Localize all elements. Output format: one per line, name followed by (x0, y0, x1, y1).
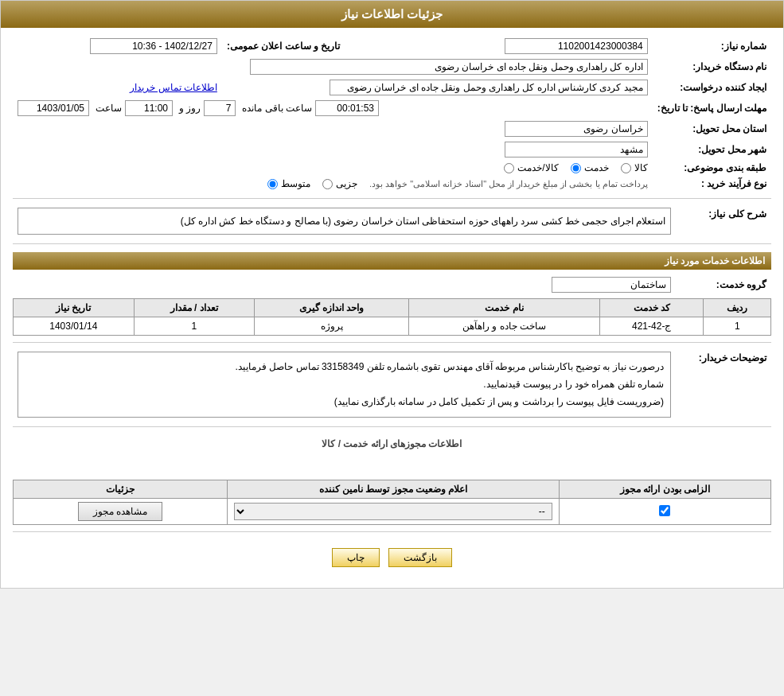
radio-jozi-input[interactable] (322, 179, 333, 189)
process-row: متوسط جزیی پرداخت تمام یا بخشی از مبلغ خ… (13, 176, 653, 192)
cell-date: 1403/01/14 (14, 317, 135, 336)
group-value: ساختمان (13, 274, 676, 295)
services-table-head: ردیف کد خدمت نام خدمت واحد اندازه گیری ت… (14, 299, 771, 317)
description-label: شرح کلی نیاز: (676, 205, 771, 237)
services-table: ردیف کد خدمت نام خدمت واحد اندازه گیری ت… (13, 298, 771, 336)
group-input[interactable]: ساختمان (552, 277, 671, 293)
permissions-table-body: -- مشاهده مجوز (14, 499, 771, 525)
radio-jozi-label: جزیی (336, 178, 357, 189)
category-label: طبقه بندی موضوعی: (653, 160, 771, 176)
col-row: ردیف (704, 299, 771, 317)
radio-motavasset: متوسط (267, 178, 310, 189)
contact-link-cell: اطلاعات تماس خریدار (13, 77, 222, 98)
province-label: استان محل تحویل: (653, 119, 771, 139)
perm-table-row: -- مشاهده مجوز (14, 499, 771, 525)
process-row-inner: متوسط جزیی پرداخت تمام یا بخشی از مبلغ خ… (18, 178, 648, 189)
notes-table: توضیحات خریدار: درصورت نیاز به توضیح باک… (13, 349, 771, 420)
info-row-6: شهر محل تحویل: مشهد (13, 139, 771, 160)
permissions-sub-title: اطلاعات مجوزهای ارائه خدمت / کالا (13, 434, 771, 453)
back-button[interactable]: بازگشت (388, 548, 452, 567)
deadline-label: مهلت ارسال پاسخ: تا تاریخ: (653, 98, 771, 119)
footer-buttons: بازگشت چاپ (13, 539, 771, 580)
radio-kala-input[interactable] (621, 163, 631, 173)
category-radios: کالا/خدمت خدمت کالا (13, 160, 653, 176)
radio-khedmat: خدمت (571, 162, 609, 173)
time-input[interactable]: 11:00 (125, 100, 173, 116)
divider-4 (13, 426, 771, 427)
announcement-value: 1402/12/27 - 10:36 (13, 36, 222, 56)
process-radio-group: متوسط جزیی (267, 178, 357, 189)
buyer-org-input[interactable]: اداره کل راهداری وحمل ونقل جاده ای خراسا… (250, 59, 648, 75)
perm-col-required: الزامی بودن ارائه مجوز (559, 480, 770, 499)
divider-5 (13, 531, 771, 532)
contact-link[interactable]: اطلاعات تماس خریدار (130, 82, 217, 93)
col-name: نام خدمت (409, 299, 600, 317)
radio-kala-khedmat-input[interactable] (504, 163, 514, 173)
radio-kala-label: کالا (634, 162, 648, 173)
creator-input[interactable]: مجید کردی کارشناس اداره کل راهداری وحمل … (330, 80, 648, 95)
main-info-table: شماره نیاز: 1102001423000384 تاریخ و ساع… (13, 36, 771, 192)
services-table-body: 1 ج-42-421 ساخت جاده و راهآهن پروژه 1 14… (14, 317, 771, 336)
city-input[interactable]: مشهد (505, 142, 648, 157)
description-row: شرح کلی نیاز: استعلام اجرای حجمی خط کشی … (13, 205, 771, 237)
content-area: شماره نیاز: 1102001423000384 تاریخ و ساع… (1, 28, 783, 588)
group-table: گروه خدمت: ساختمان (13, 274, 771, 295)
perm-cell-details: مشاهده مجوز (14, 499, 228, 525)
perm-col-details: جزئیات (14, 480, 228, 499)
description-table: شرح کلی نیاز: استعلام اجرای حجمی خط کشی … (13, 205, 771, 237)
perm-cell-required (559, 499, 770, 525)
services-header-row: ردیف کد خدمت نام خدمت واحد اندازه گیری ت… (14, 299, 771, 317)
cell-qty: 1 (134, 317, 254, 336)
deadline-row: 00:01:53 ساعت باقی مانده 7 روز و 11:00 س… (13, 98, 653, 119)
perm-col-status: اعلام وضعیت مجوز توسط نامین کننده (227, 480, 559, 499)
city-value: مشهد (13, 139, 653, 160)
info-row-3: ایجاد کننده درخواست: مجید کردی کارشناس ا… (13, 77, 771, 98)
permissions-header-row: الزامی بودن ارائه مجوز اعلام وضعیت مجوز … (14, 480, 771, 499)
announcement-input[interactable]: 1402/12/27 - 10:36 (90, 38, 217, 54)
page-title: جزئیات اطلاعات نیاز (341, 7, 443, 21)
day-box: 7 روز و (179, 100, 236, 116)
creator-value: مجید کردی کارشناس اداره کل راهداری وحمل … (222, 77, 653, 98)
radio-khedmat-label: خدمت (584, 162, 609, 173)
notes-row: توضیحات خریدار: درصورت نیاز به توضیح باک… (13, 349, 771, 420)
remaining-input[interactable]: 00:01:53 (315, 100, 379, 116)
info-row-8: نوع فرآیند خرید : متوسط جزیی (13, 176, 771, 192)
radio-motavasset-input[interactable] (267, 179, 278, 189)
perm-cell-status: -- (227, 499, 559, 525)
need-number-value: 1102001423000384 (356, 36, 652, 56)
city-label: شهر محل تحویل: (653, 139, 771, 160)
announcement-label: تاریخ و ساعت اعلان عمومی: (222, 36, 356, 56)
province-value: خراسان رضوی (13, 119, 653, 139)
col-qty: تعداد / مقدار (134, 299, 254, 317)
col-code: کد خدمت (599, 299, 704, 317)
date-box: 1403/01/05 (18, 100, 89, 116)
services-section-title: اطلاعات خدمات مورد نیاز (13, 252, 771, 270)
col-unit: واحد اندازه گیری (255, 299, 409, 317)
spacer-1 (13, 453, 771, 476)
status-select[interactable]: -- (234, 503, 552, 520)
day-input[interactable]: 7 (204, 100, 236, 116)
info-row-1: شماره نیاز: 1102001423000384 تاریخ و ساع… (13, 36, 771, 56)
description-box: استعلام اجرای حجمی خط کشی سرد راههای حوز… (18, 208, 671, 235)
divider-2 (13, 243, 771, 244)
notes-content: درصورت نیاز به توضیح باکارشناس مربوطه آق… (13, 349, 676, 420)
notes-label: توضیحات خریدار: (676, 349, 771, 420)
need-number-input[interactable]: 1102001423000384 (505, 38, 648, 54)
page-wrapper: جزئیات اطلاعات نیاز شماره نیاز: 11020014… (0, 0, 784, 589)
province-input[interactable]: خراسان رضوی (505, 121, 648, 137)
remaining-label: ساعت باقی مانده (242, 103, 312, 114)
group-label: گروه خدمت: (676, 274, 771, 295)
date-input[interactable]: 1403/01/05 (18, 100, 89, 116)
page-header: جزئیات اطلاعات نیاز (1, 1, 783, 28)
radio-khedmat-input[interactable] (571, 163, 581, 173)
col-date: تاریخ نیاز (14, 299, 135, 317)
need-number-label: شماره نیاز: (653, 36, 771, 56)
remaining-box: 00:01:53 ساعت باقی مانده (242, 100, 379, 116)
view-permit-button[interactable]: مشاهده مجوز (78, 502, 162, 521)
permissions-table-head: الزامی بودن ارائه مجوز اعلام وضعیت مجوز … (14, 480, 771, 499)
print-button[interactable]: چاپ (332, 548, 380, 567)
table-row: 1 ج-42-421 ساخت جاده و راهآهن پروژه 1 14… (14, 317, 771, 336)
buyer-org-value: اداره کل راهداری وحمل ونقل جاده ای خراسا… (13, 56, 653, 77)
required-checkbox[interactable] (659, 505, 670, 516)
notes-line2: شماره تلفن همراه خود را در پیوست قیدنمای… (25, 376, 664, 394)
